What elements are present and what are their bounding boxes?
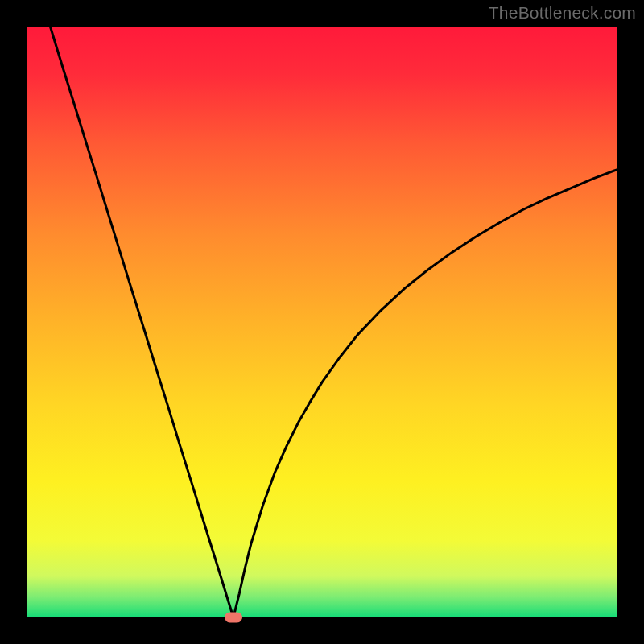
chart-root: TheBottleneck.com — [0, 0, 644, 644]
gradient-background — [27, 27, 617, 617]
attribution-label: TheBottleneck.com — [489, 3, 636, 23]
optimal-marker — [225, 613, 242, 623]
